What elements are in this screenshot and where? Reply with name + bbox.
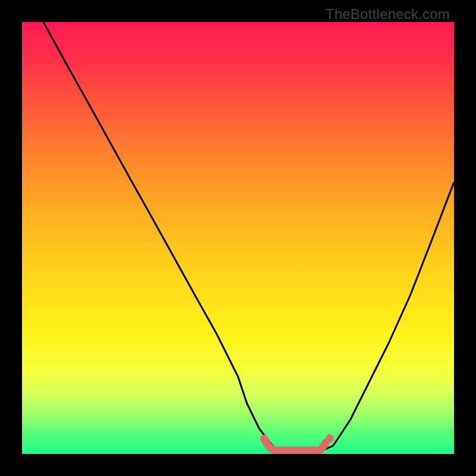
accent-dot (325, 434, 334, 443)
chart-svg (22, 22, 454, 454)
flat-bottom-accent (264, 439, 325, 450)
chart-plot-area (22, 22, 454, 454)
bottleneck-curve-line (43, 22, 454, 453)
attribution-text: TheBottleneck.com (325, 6, 450, 23)
